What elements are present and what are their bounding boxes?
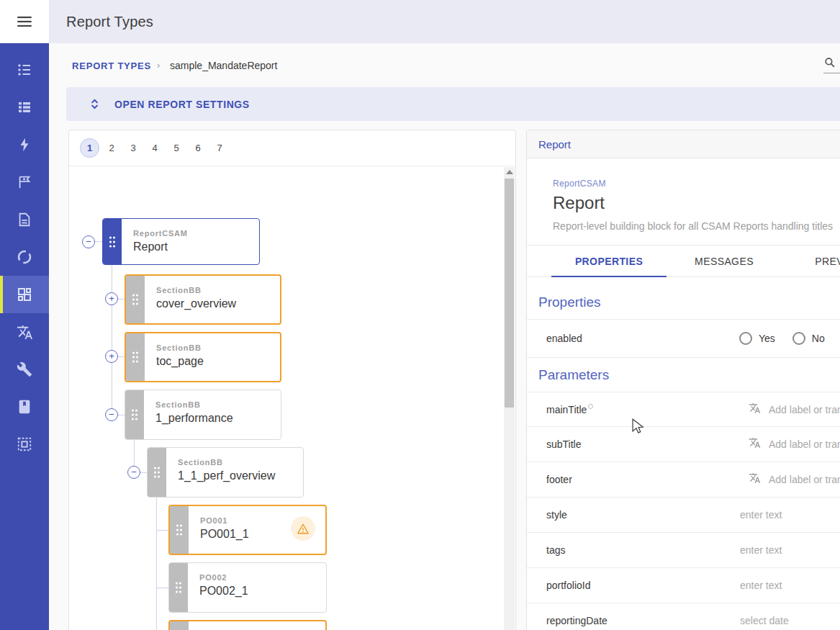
sidebar-item-translations[interactable]: [0, 313, 49, 351]
collapse-button-report[interactable]: −: [82, 235, 95, 248]
radio-no-label: No: [812, 333, 825, 344]
node-type: SectionBB: [156, 343, 204, 352]
node-type: ReportCSAM: [133, 229, 188, 238]
warning-icon: [297, 523, 310, 535]
app-header: Report Types: [49, 0, 840, 43]
page-title: Report Types: [66, 14, 153, 30]
portfolioid-input[interactable]: enter text: [740, 580, 782, 591]
page-button-1[interactable]: 1: [80, 138, 99, 158]
node-type: PO001: [200, 516, 249, 525]
reportingdate-input[interactable]: select date: [740, 615, 789, 626]
sidebar-item-actions[interactable]: [0, 126, 49, 163]
sidebar-item-report-types[interactable]: [0, 276, 49, 313]
page-pagination: 1 2 3 4 5 6 7: [69, 130, 515, 166]
search-box[interactable]: [823, 56, 840, 73]
collapse-button-1-1-perf-overview[interactable]: −: [127, 466, 140, 479]
parameter-row-reportingdate: reportingDate select date: [527, 603, 840, 630]
tab-properties[interactable]: PROPERTIES: [551, 246, 667, 276]
drag-handle-icon[interactable]: [125, 390, 144, 439]
drag-handle-icon[interactable]: [103, 219, 122, 264]
node-name: 1_performance: [155, 412, 233, 425]
flag-icon: [17, 174, 32, 190]
property-label: enabled: [546, 333, 582, 344]
table-list-icon: [16, 99, 33, 116]
enabled-radio-group: Yes No: [739, 332, 840, 345]
radio-no[interactable]: [792, 332, 805, 345]
page-button-6[interactable]: 6: [187, 138, 209, 158]
parameter-label: mainTitle: [546, 404, 587, 415]
property-row-enabled: enabled Yes No: [527, 319, 840, 358]
drag-handle-icon[interactable]: [170, 506, 189, 554]
tab-messages[interactable]: MESSAGES: [667, 246, 782, 276]
tree-connector: [156, 588, 168, 588]
menu-button[interactable]: [0, 0, 49, 43]
open-report-settings-button[interactable]: OPEN REPORT SETTINGS: [66, 87, 840, 121]
open-report-settings-label: OPEN REPORT SETTINGS: [114, 99, 250, 110]
tree-connector: [156, 498, 157, 630]
tree-node-report[interactable]: ReportCSAMReport: [102, 218, 260, 265]
tree-node-1-performance[interactable]: SectionBB1_performance: [125, 390, 281, 440]
node-name: PO002_1: [199, 585, 248, 598]
expand-button-toc-page[interactable]: +: [105, 350, 118, 363]
document-icon: [17, 212, 32, 228]
parameter-row-portfolioid: portfolioId enter text: [527, 568, 840, 603]
parameter-label: reportingDate: [546, 615, 608, 626]
tree-node-cover-overview[interactable]: SectionBBcover_overview: [125, 274, 281, 325]
scrollbar-thumb[interactable]: [505, 179, 514, 408]
subtitle-input[interactable]: Add label or trans: [769, 438, 840, 450]
node-name: 1_1_perf_overview: [178, 469, 275, 482]
drag-handle-icon[interactable]: [126, 276, 145, 323]
sidebar-item-tools[interactable]: [0, 351, 49, 388]
tags-input[interactable]: enter text: [740, 544, 782, 556]
drag-handle-icon[interactable]: [169, 563, 188, 612]
page-button-4[interactable]: 4: [144, 138, 166, 158]
page-button-3[interactable]: 3: [122, 138, 144, 158]
scroll-up-icon[interactable]: [506, 170, 513, 174]
block-title: Report: [553, 193, 840, 213]
radio-yes[interactable]: [739, 332, 752, 345]
parameter-label: style: [546, 509, 567, 521]
tree-node-perf-line-charts[interactable]: LayoutBBperf_line_charts: [168, 620, 327, 630]
page-button-7[interactable]: 7: [209, 138, 230, 158]
drag-handle-icon[interactable]: [148, 448, 166, 497]
breadcrumb: REPORT TYPES › sample_MandateReport: [49, 43, 840, 79]
page-button-2[interactable]: 2: [101, 138, 122, 158]
translate-icon: [749, 437, 761, 452]
inspector-panel: Report ReportCSAM Report Report-level bu…: [526, 130, 840, 630]
footer-input[interactable]: Add label or trans: [769, 474, 840, 485]
collapse-button-1-performance[interactable]: −: [105, 408, 118, 421]
style-input[interactable]: enter text: [740, 509, 782, 521]
parameters-heading: Parameters: [538, 367, 840, 383]
sidebar-item-documents[interactable]: [0, 201, 49, 238]
sidebar-item-table-list[interactable]: [0, 89, 49, 126]
sidebar: [0, 43, 49, 630]
list-bulleted-icon: [16, 61, 33, 78]
report-tree-panel: 1 2 3 4 5 6 7 − + + − − + ReportCSAMRepo…: [68, 130, 516, 630]
node-name: Report: [133, 240, 188, 253]
tree-node-1-1-perf-overview[interactable]: SectionBB1_1_perf_overview: [147, 447, 304, 498]
sidebar-item-library[interactable]: [0, 388, 49, 426]
tree-node-po001-1[interactable]: PO001PO001_1: [168, 505, 327, 555]
sidebar-item-flags[interactable]: [0, 163, 49, 201]
tab-preview[interactable]: PREVIEW: [782, 246, 840, 276]
sidebar-item-list[interactable]: [0, 51, 49, 89]
sidebar-item-sync[interactable]: [0, 238, 49, 276]
tree-node-toc-page[interactable]: SectionBBtoc_page: [125, 332, 281, 382]
tree-scrollbar[interactable]: [504, 167, 515, 630]
drag-handle-icon[interactable]: [126, 333, 145, 381]
page-button-5[interactable]: 5: [166, 138, 187, 158]
inspector-tabs: PROPERTIES MESSAGES PREVIEW: [527, 245, 840, 277]
tree-connector: [156, 530, 168, 531]
sync-icon: [16, 248, 33, 266]
parameter-row-style: style enter text: [527, 498, 840, 533]
info-icon: [588, 404, 593, 409]
breadcrumb-root-link[interactable]: REPORT TYPES: [72, 60, 151, 71]
maintitle-input[interactable]: Add label or trans: [769, 404, 840, 415]
sidebar-item-select[interactable]: [0, 426, 49, 463]
search-icon: [823, 56, 836, 68]
expand-button-cover-overview[interactable]: +: [105, 292, 118, 305]
book-icon: [17, 399, 32, 415]
node-type: SectionBB: [156, 286, 236, 294]
drag-handle-icon[interactable]: [170, 621, 189, 630]
tree-node-po002-1[interactable]: PO002PO002_1: [168, 562, 327, 613]
